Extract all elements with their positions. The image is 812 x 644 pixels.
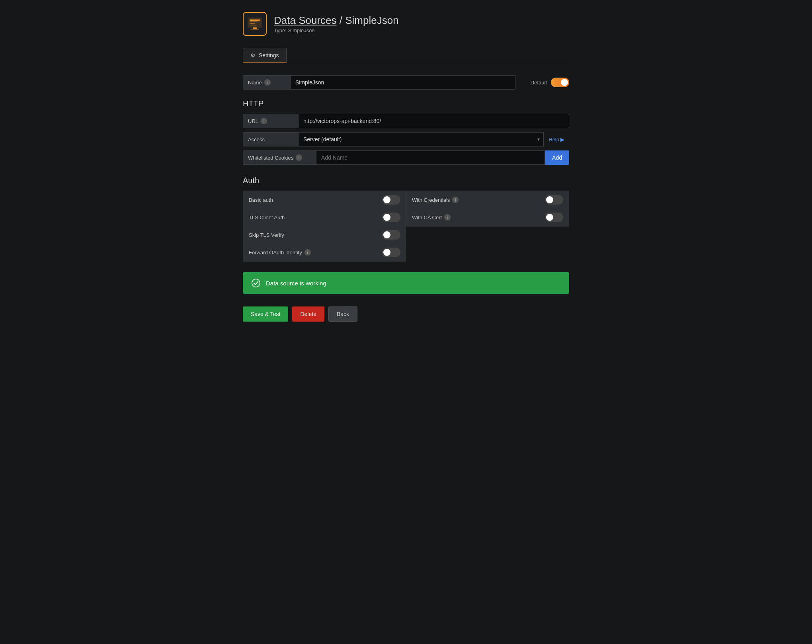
access-select[interactable]: Server (default) Browser — [299, 132, 544, 146]
with-ca-cert-label: With CA Cert i — [412, 214, 451, 221]
forward-oauth-row: Forward OAuth Identity i — [243, 244, 406, 262]
bottom-buttons: Save & Test Delete Back — [243, 306, 569, 322]
back-button[interactable]: Back — [328, 306, 357, 322]
with-credentials-toggle[interactable] — [545, 195, 563, 205]
page-header: Data Sources / SimpleJson Type: SimpleJs… — [243, 12, 569, 36]
chevron-right-icon: ▶ — [560, 137, 564, 142]
access-select-wrap: Server (default) Browser ▾ — [299, 132, 544, 146]
name-label: Name i — [243, 75, 291, 90]
svg-rect-4 — [250, 25, 257, 25]
with-ca-cert-toggle[interactable] — [545, 213, 563, 222]
add-cookie-button[interactable]: Add — [545, 150, 569, 165]
app-logo — [243, 12, 267, 36]
save-test-button[interactable]: Save & Test — [243, 306, 288, 322]
svg-rect-3 — [250, 23, 255, 24]
url-group: URL i — [243, 114, 569, 128]
url-info-icon[interactable]: i — [261, 118, 267, 124]
with-credentials-info-icon[interactable]: i — [452, 197, 459, 203]
tls-client-toggle[interactable] — [382, 213, 400, 222]
svg-point-7 — [252, 279, 260, 287]
cookies-info-icon[interactable]: i — [296, 154, 302, 161]
check-icon — [252, 279, 260, 287]
default-toggle[interactable] — [551, 78, 569, 87]
svg-rect-6 — [250, 29, 259, 29]
url-input[interactable] — [299, 114, 569, 128]
url-label: URL i — [243, 114, 299, 128]
with-ca-cert-info-icon[interactable]: i — [444, 214, 451, 221]
default-label: Default — [531, 80, 547, 86]
http-section-title: HTTP — [243, 99, 569, 108]
basic-auth-row: Basic auth — [243, 191, 406, 209]
auth-section-title: Auth — [243, 176, 569, 185]
success-message: Data source is working — [266, 280, 326, 287]
forward-oauth-info-icon[interactable]: i — [304, 249, 311, 256]
name-info-icon[interactable]: i — [264, 79, 271, 86]
data-sources-link[interactable]: Data Sources — [274, 14, 337, 26]
forward-oauth-toggle[interactable] — [382, 248, 400, 257]
with-ca-cert-row: With CA Cert i — [406, 209, 569, 226]
auth-section: Auth Basic auth TLS Client Auth — [243, 176, 569, 261]
with-credentials-row: With Credentials i — [406, 191, 569, 209]
help-link[interactable]: Help ▶ — [544, 137, 569, 142]
cookies-label: Whitelisted Cookies i — [243, 150, 316, 165]
svg-rect-0 — [248, 18, 262, 27]
page-title: Data Sources / SimpleJson — [274, 14, 399, 27]
svg-rect-5 — [253, 27, 257, 29]
skip-tls-row: Skip TLS Verify — [243, 226, 406, 244]
delete-button[interactable]: Delete — [292, 306, 324, 322]
tls-client-row: TLS Client Auth — [243, 209, 406, 226]
cookies-input[interactable] — [316, 150, 545, 165]
tab-settings[interactable]: ⚙ Settings — [243, 48, 287, 63]
cookies-group: Whitelisted Cookies i Add — [243, 150, 569, 165]
access-label: Access — [243, 132, 299, 146]
name-row: Name i Default — [243, 75, 569, 90]
breadcrumb-separator: / — [340, 14, 345, 26]
tls-client-label: TLS Client Auth — [249, 215, 285, 221]
name-input[interactable] — [291, 75, 515, 90]
success-banner: Data source is working — [243, 272, 569, 294]
http-section: HTTP URL i Access Server (default) Brows… — [243, 99, 569, 165]
with-credentials-label: With Credentials i — [412, 197, 459, 203]
tabs-bar: ⚙ Settings — [243, 48, 569, 63]
access-row: Access Server (default) Browser ▾ Help ▶ — [243, 132, 569, 146]
page-subtitle: Type: SimpleJson — [274, 27, 399, 33]
basic-auth-toggle[interactable] — [382, 195, 400, 205]
svg-rect-1 — [250, 20, 260, 21]
basic-auth-label: Basic auth — [249, 197, 273, 203]
skip-tls-toggle[interactable] — [382, 230, 400, 240]
settings-icon: ⚙ — [250, 52, 256, 59]
svg-rect-2 — [250, 21, 258, 22]
skip-tls-label: Skip TLS Verify — [249, 232, 284, 238]
forward-oauth-label: Forward OAuth Identity i — [249, 249, 311, 256]
